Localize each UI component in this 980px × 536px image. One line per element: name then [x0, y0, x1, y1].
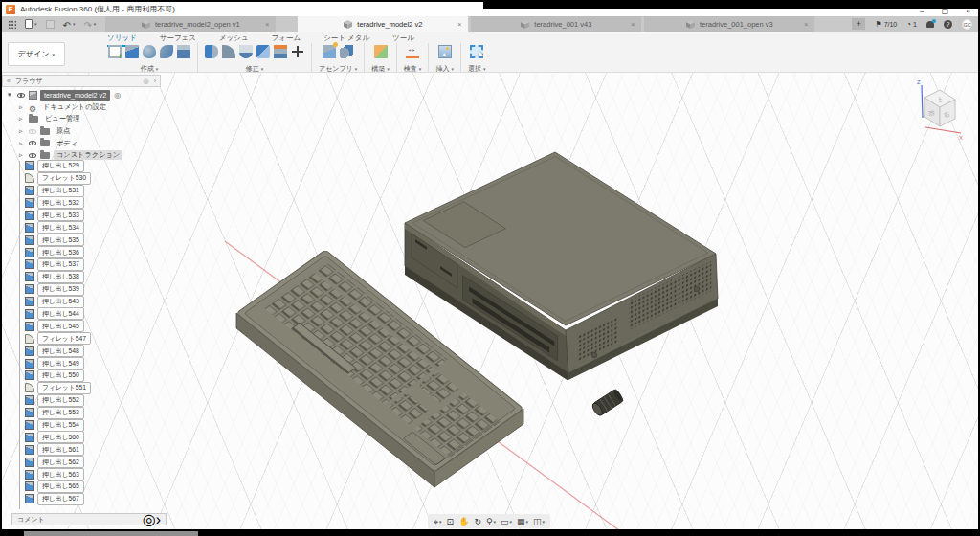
ribbon-tool-icon[interactable]	[205, 45, 218, 58]
ribbon-tool-icon[interactable]	[323, 45, 336, 58]
feature-label[interactable]: 押し出し553	[37, 407, 84, 419]
notifications-bell-icon[interactable]	[926, 21, 934, 28]
feature-item[interactable]: フィレット547	[25, 333, 91, 344]
new-tab-button[interactable]: +	[852, 18, 865, 30]
ribbon-tool-icon[interactable]	[291, 45, 304, 58]
tree-node[interactable]: ▹ ボディ	[2, 137, 161, 149]
ribbon-tool-icon[interactable]	[222, 45, 235, 58]
feature-item[interactable]: 押し出し544	[25, 309, 91, 320]
close-button[interactable]: ×	[966, 8, 970, 15]
feature-item[interactable]: 押し出し537	[25, 259, 91, 270]
expand-closed-icon[interactable]: ▹	[19, 115, 29, 123]
feature-label[interactable]: 押し出し536	[37, 246, 84, 258]
feature-item[interactable]: 押し出し532	[25, 198, 91, 209]
feature-label[interactable]: 押し出し531	[37, 185, 84, 197]
feature-label[interactable]: 押し出し567	[37, 493, 84, 505]
tree-node[interactable]: ▹ ビュー管理	[2, 113, 161, 125]
visibility-eye-icon[interactable]	[29, 141, 36, 145]
tree-node-label[interactable]: ビュー管理	[42, 114, 82, 123]
feature-label[interactable]: フィレット547	[37, 332, 91, 345]
feature-item[interactable]: 押し出し562	[25, 457, 91, 467]
ribbon-tool-icon[interactable]	[177, 45, 190, 58]
chevron-right-icon[interactable]: ›	[156, 511, 161, 528]
comments-panel[interactable]: コメント ◎ ›	[11, 513, 167, 525]
feature-label[interactable]: フィレット551	[37, 382, 91, 394]
feature-item[interactable]: 押し出し550	[25, 370, 91, 381]
tree-node-label[interactable]: ドキュメントの設定	[40, 102, 109, 112]
feature-label[interactable]: 押し出し550	[37, 369, 84, 382]
ribbon-tool-icon[interactable]	[143, 45, 156, 58]
chevron-right-icon[interactable]: ›	[154, 78, 156, 84]
feature-label[interactable]: 押し出し545	[37, 320, 84, 332]
feature-item[interactable]: 押し出し561	[25, 444, 91, 455]
model-cylinder-part[interactable]	[590, 389, 624, 417]
document-tab[interactable]: teradrive_001_open v3 ×	[644, 16, 814, 32]
feature-item[interactable]: 押し出し536	[25, 247, 91, 257]
nav-tool-button[interactable]: ▭	[501, 517, 512, 526]
feature-label[interactable]: 押し出し554	[37, 419, 84, 432]
feature-item[interactable]: 押し出し538	[25, 272, 91, 282]
feature-label[interactable]: 押し出し538	[37, 271, 84, 283]
quick-tool-button[interactable]	[25, 19, 37, 29]
feature-label[interactable]: 押し出し534	[37, 221, 84, 234]
ribbon-tool-icon[interactable]	[125, 45, 139, 58]
feature-label[interactable]: 押し出し543	[37, 296, 84, 308]
feature-item[interactable]: 押し出し539	[25, 284, 91, 295]
ribbon-tool-icon[interactable]	[239, 45, 253, 58]
ribbon-tool-icon[interactable]	[274, 45, 287, 58]
ribbon-tool-icon[interactable]	[108, 45, 122, 58]
ribbon-tool-icon[interactable]	[256, 45, 270, 58]
expand-closed-icon[interactable]: ▹	[19, 140, 29, 147]
tab-close-icon[interactable]: ×	[631, 21, 635, 28]
document-tab[interactable]: teradrive_model2_open v1 ×	[105, 16, 276, 32]
feature-item[interactable]: 押し出し543	[25, 297, 91, 307]
feature-item[interactable]: 押し出し549	[25, 358, 91, 368]
document-tab[interactable]: teradrive_model2 v2 ×	[298, 16, 468, 32]
feature-label[interactable]: 押し出し562	[37, 456, 84, 468]
feature-item[interactable]: フィレット551	[25, 383, 91, 393]
expand-open-icon[interactable]: ▾	[8, 91, 17, 99]
ribbon-tool-icon[interactable]	[374, 45, 388, 58]
root-node-label[interactable]: teradrive_model2 v2	[40, 90, 110, 100]
ribbon-tool-icon[interactable]	[160, 45, 173, 58]
feature-label[interactable]: 押し出し539	[37, 283, 84, 296]
feature-label[interactable]: 押し出し549	[37, 357, 84, 369]
help-icon[interactable]: ?	[944, 20, 952, 29]
expand-closed-icon[interactable]: ▹	[19, 151, 29, 159]
activate-component-icon[interactable]: ◎	[114, 91, 121, 100]
record-icon[interactable]: ◎	[143, 510, 156, 528]
feature-item[interactable]: 押し出し529	[25, 161, 91, 171]
quick-tool-button[interactable]	[8, 20, 16, 29]
tab-close-icon[interactable]: ×	[804, 21, 808, 28]
tab-close-icon[interactable]: ×	[457, 21, 461, 28]
feature-item[interactable]: フィレット530	[25, 173, 91, 184]
view-cube[interactable]: Z X 上 前 右	[911, 77, 967, 144]
tree-node-label[interactable]: 原点	[54, 126, 73, 136]
feature-item[interactable]: 押し出し567	[25, 494, 91, 504]
job-status-button[interactable]: ⚑7/10	[875, 20, 897, 29]
quick-tool-button[interactable]	[83, 15, 96, 33]
tree-node[interactable]: ▹ ドキュメントの設定	[2, 101, 161, 114]
tab-close-icon[interactable]: ×	[265, 21, 269, 28]
nav-tool-button[interactable]: ✋	[458, 517, 469, 526]
tree-node[interactable]: ▹ 原点	[2, 125, 161, 138]
ribbon-tool-icon[interactable]	[470, 45, 483, 58]
feature-item[interactable]: 押し出し533	[25, 211, 91, 221]
nav-tool-button[interactable]: ⊡	[447, 517, 455, 526]
tree-root-node[interactable]: ▾ teradrive_model2 v2 ◎	[2, 89, 161, 101]
extensions-button[interactable]: ◔1	[906, 20, 917, 29]
expand-closed-icon[interactable]: ▹	[19, 103, 29, 111]
feature-item[interactable]: 押し出し545	[25, 322, 91, 332]
feature-label[interactable]: 押し出し552	[37, 394, 84, 407]
feature-label[interactable]: 押し出し563	[37, 468, 84, 480]
collapse-panel-icon[interactable]: «	[7, 78, 11, 84]
feature-label[interactable]: 押し出し544	[37, 307, 84, 320]
feature-label[interactable]: 押し出し529	[37, 160, 84, 172]
feature-item[interactable]: 押し出し548	[25, 346, 91, 356]
ribbon-tool-icon[interactable]	[438, 45, 452, 58]
tree-node-label[interactable]: コンストラクション	[54, 150, 122, 160]
quick-tool-button[interactable]	[63, 15, 76, 33]
feature-label[interactable]: 押し出し532	[37, 196, 84, 209]
feature-item[interactable]: 押し出し534	[25, 222, 91, 233]
feature-item[interactable]: 押し出し563	[25, 469, 91, 480]
